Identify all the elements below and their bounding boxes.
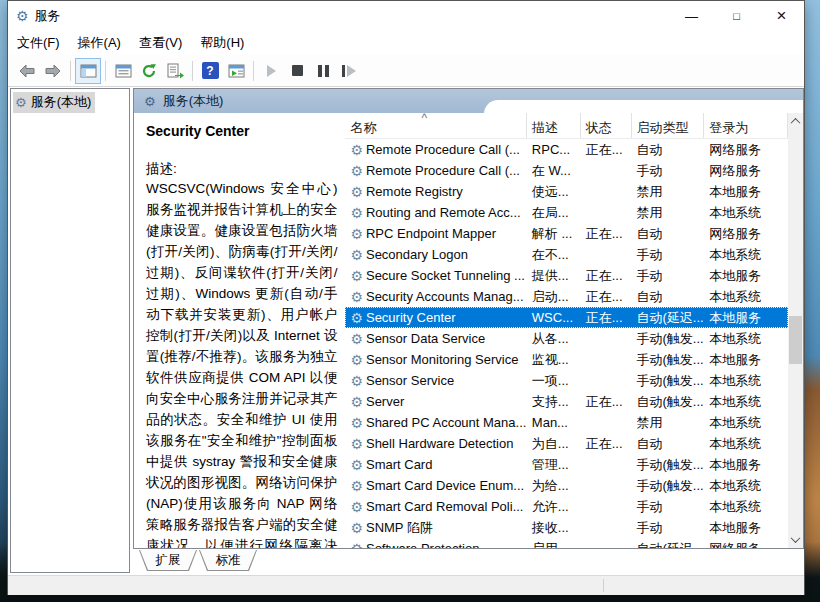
menu-help[interactable]: 帮助(H) bbox=[191, 31, 253, 55]
service-row[interactable]: ⚙Sensor Monitoring Service 监视... 手动(触发..… bbox=[345, 349, 788, 370]
restart-icon bbox=[342, 65, 356, 77]
refresh-icon bbox=[141, 63, 157, 79]
refresh-button[interactable] bbox=[136, 58, 162, 84]
column-header-status[interactable]: 状态 bbox=[581, 113, 632, 138]
gear-icon: ⚙ bbox=[350, 143, 363, 157]
column-header-name[interactable]: 名称 ^ bbox=[345, 113, 526, 138]
pause-icon bbox=[318, 65, 329, 77]
list-header: 名称 ^ 描述 状态 启动类型 登录为 bbox=[345, 113, 788, 139]
close-button[interactable]: × bbox=[759, 1, 804, 31]
maximize-button[interactable]: □ bbox=[714, 1, 759, 31]
toolbar-separator bbox=[192, 61, 193, 81]
tab-standard[interactable]: 标准 bbox=[199, 550, 257, 571]
gear-icon: ⚙ bbox=[350, 521, 363, 535]
service-description-pane: Security Center 描述: WSCSVC(Windows 安全中心)… bbox=[134, 113, 345, 548]
forward-button[interactable] bbox=[40, 58, 66, 84]
tab-extended[interactable]: 扩展 bbox=[139, 550, 197, 571]
properties-button[interactable] bbox=[110, 58, 136, 84]
service-row[interactable]: ⚙Security Center WSC... 正在... 自动(延迟... 本… bbox=[345, 307, 788, 328]
service-row[interactable]: ⚙SNMP 陷阱 接收... 手动 本地服务 bbox=[345, 517, 788, 538]
gear-icon: ⚙ bbox=[350, 437, 363, 451]
service-row[interactable]: ⚙Security Accounts Manag... 启动... 正在... … bbox=[345, 286, 788, 307]
menu-view[interactable]: 查看(V) bbox=[130, 31, 191, 55]
vertical-scrollbar[interactable] bbox=[788, 113, 803, 548]
service-row[interactable]: ⚙Sensor Data Service 从各... 手动(触发... 本地系统 bbox=[345, 328, 788, 349]
service-row[interactable]: ⚙Smart Card Device Enum... 为给... 手动(触发..… bbox=[345, 475, 788, 496]
chevron-up-icon bbox=[791, 118, 801, 128]
service-row[interactable]: ⚙Secure Socket Tunneling ... 提供... 正在...… bbox=[345, 265, 788, 286]
restart-service-button[interactable] bbox=[336, 58, 362, 84]
show-console-tree-button[interactable] bbox=[75, 58, 101, 84]
service-row[interactable]: ⚙Remote Registry 使远... 禁用 本地服务 bbox=[345, 181, 788, 202]
gear-icon: ⚙ bbox=[350, 164, 363, 178]
service-row[interactable]: ⚙RPC Endpoint Mapper 解析 ... 正在... 自动 网络服… bbox=[345, 223, 788, 244]
play-icon bbox=[267, 65, 276, 77]
service-row[interactable]: ⚙Shell Hardware Detection 为自... 正在... 自动… bbox=[345, 433, 788, 454]
console-tree-panel: ⚙ 服务(本地) bbox=[10, 88, 130, 573]
menubar: 文件(F) 操作(A) 查看(V) 帮助(H) bbox=[8, 31, 804, 55]
statusbar bbox=[8, 575, 804, 595]
gear-icon: ⚙ bbox=[350, 290, 363, 304]
gear-icon: ⚙ bbox=[144, 94, 156, 109]
tree-item-label: 服务(本地) bbox=[31, 93, 92, 111]
gear-icon: ⚙ bbox=[350, 416, 363, 430]
menu-file[interactable]: 文件(F) bbox=[8, 31, 69, 55]
toolbar-separator bbox=[105, 61, 106, 81]
gear-icon: ⚙ bbox=[350, 479, 363, 493]
gear-icon: ⚙ bbox=[350, 332, 363, 346]
service-rows: ⚙Remote Procedure Call (... RPC... 正在...… bbox=[345, 139, 788, 548]
services-list: 名称 ^ 描述 状态 启动类型 登录为 ⚙Remote Procedure Ca… bbox=[345, 113, 788, 548]
toolbar: ? bbox=[8, 55, 804, 87]
column-header-description[interactable]: 描述 bbox=[527, 113, 581, 138]
menu-action[interactable]: 操作(A) bbox=[69, 31, 130, 55]
scroll-up-button[interactable] bbox=[788, 113, 803, 130]
column-header-logon-as[interactable]: 登录为 bbox=[704, 113, 788, 138]
service-row[interactable]: ⚙Server 支持... 正在... 自动(触发... 本地系统 bbox=[345, 391, 788, 412]
gear-icon: ⚙ bbox=[350, 374, 363, 388]
column-header-startup-type[interactable]: 启动类型 bbox=[632, 113, 705, 138]
selected-service-title: Security Center bbox=[146, 123, 337, 139]
description-text: WSCSVC(Windows 安全中心)服务监视并报告计算机上的安全健康设置。健… bbox=[146, 178, 337, 548]
service-row[interactable]: ⚙Secondary Logon 在不... 手动 本地系统 bbox=[345, 244, 788, 265]
pause-service-button[interactable] bbox=[310, 58, 336, 84]
service-row[interactable]: ⚙Routing and Remote Acc... 在局... 禁用 本地系统 bbox=[345, 202, 788, 223]
gear-icon: ⚙ bbox=[350, 500, 363, 514]
gear-icon: ⚙ bbox=[350, 269, 363, 283]
back-arrow-icon bbox=[18, 63, 36, 79]
panel-header-title: 服务(本地) bbox=[163, 92, 224, 110]
tree-item-services-local[interactable]: ⚙ 服务(本地) bbox=[13, 92, 95, 113]
start-service-button[interactable] bbox=[258, 58, 284, 84]
titlebar[interactable]: ⚙ 服务 — □ × bbox=[8, 1, 804, 31]
console-tree-icon bbox=[80, 64, 97, 78]
gear-icon: ⚙ bbox=[350, 248, 363, 262]
service-row[interactable]: ⚙Smart Card 管理... 手动(触发... 本地服务 bbox=[345, 454, 788, 475]
service-row[interactable]: ⚙Shared PC Account Mana... Man... 禁用 本地系… bbox=[345, 412, 788, 433]
toolbar-separator bbox=[70, 61, 71, 81]
service-row[interactable]: ⚙Software Protection 启用... 自动(延迟... 网络服务 bbox=[345, 538, 788, 548]
toolbar-separator bbox=[253, 61, 254, 81]
gear-icon: ⚙ bbox=[350, 227, 363, 241]
window-play-button[interactable] bbox=[223, 58, 249, 84]
help-button[interactable]: ? bbox=[197, 58, 223, 84]
service-row[interactable]: ⚙Smart Card Removal Poli... 允许... 手动 本地系… bbox=[345, 496, 788, 517]
export-list-button[interactable] bbox=[162, 58, 188, 84]
forward-arrow-icon bbox=[44, 63, 62, 79]
panel-rounded-corner bbox=[484, 100, 803, 114]
gear-icon: ⚙ bbox=[350, 353, 363, 367]
window-play-icon bbox=[228, 64, 245, 78]
gear-icon: ⚙ bbox=[350, 395, 363, 409]
minimize-button[interactable]: — bbox=[669, 1, 714, 31]
services-gear-icon: ⚙ bbox=[16, 8, 29, 24]
service-row[interactable]: ⚙Sensor Service 一项... 手动(触发... 本地系统 bbox=[345, 370, 788, 391]
sort-ascending-icon: ^ bbox=[421, 113, 427, 125]
service-row[interactable]: ⚙Remote Procedure Call (... 在 W... 手动 网络… bbox=[345, 160, 788, 181]
back-button[interactable] bbox=[14, 58, 40, 84]
scrollbar-thumb[interactable] bbox=[789, 316, 802, 364]
help-icon: ? bbox=[202, 62, 219, 79]
services-window: ⚙ 服务 — □ × 文件(F) 操作(A) 查看(V) 帮助(H) bbox=[7, 0, 805, 595]
service-row[interactable]: ⚙Remote Procedure Call (... RPC... 正在...… bbox=[345, 139, 788, 160]
stop-service-button[interactable] bbox=[284, 58, 310, 84]
statusbar-divider bbox=[603, 579, 604, 592]
gear-icon: ⚙ bbox=[350, 206, 363, 220]
scroll-down-button[interactable] bbox=[788, 531, 803, 548]
